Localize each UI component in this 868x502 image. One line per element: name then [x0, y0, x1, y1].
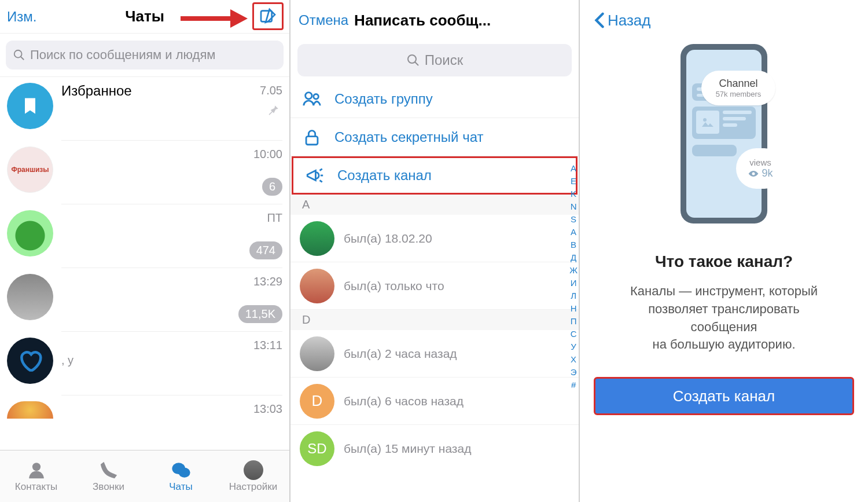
megaphone-icon: [305, 166, 325, 185]
chat-row[interactable]: 13:29 11,5K: [0, 268, 289, 332]
index-letter[interactable]: П: [571, 315, 577, 328]
chat-time: 10:00: [253, 148, 282, 161]
pin-icon: [265, 102, 280, 118]
chat-name: Избранное: [61, 83, 282, 99]
index-letter[interactable]: Э: [571, 366, 577, 379]
index-letter[interactable]: А: [571, 226, 576, 239]
tab-chats[interactable]: Чаты: [145, 450, 217, 502]
svg-point-5: [32, 463, 40, 471]
compose-button[interactable]: [252, 2, 284, 30]
svg-line-15: [320, 181, 322, 182]
tab-label: Чаты: [169, 481, 192, 493]
index-letter[interactable]: Н: [571, 302, 577, 315]
tab-settings[interactable]: Настройки: [217, 450, 289, 502]
index-letter[interactable]: У: [571, 340, 576, 353]
channel-description: Каналы — инструмент, который позволяет т…: [594, 283, 854, 354]
svg-rect-12: [306, 136, 318, 144]
option-create-group[interactable]: Создать группу: [290, 80, 579, 118]
option-label: Создать группу: [334, 91, 433, 107]
svg-point-16: [703, 118, 707, 122]
chat-time: 13:11: [253, 339, 282, 352]
channel-heading: Что такое канал?: [594, 252, 854, 271]
edit-button[interactable]: Изм.: [7, 9, 36, 25]
index-letter[interactable]: Х: [571, 353, 576, 366]
tab-contacts[interactable]: Контакты: [0, 450, 72, 502]
svg-point-17: [752, 172, 755, 175]
chat-row[interactable]: Избранное 7.05: [0, 77, 289, 141]
avatar: [7, 338, 53, 384]
svg-point-8: [408, 55, 416, 63]
unread-badge: 474: [249, 241, 282, 259]
compose-icon: [259, 7, 277, 25]
index-letter[interactable]: С: [571, 328, 577, 340]
index-letter[interactable]: В: [571, 239, 576, 251]
heart-icon: [17, 348, 43, 373]
avatar: D: [300, 384, 334, 419]
back-button[interactable]: Назад: [594, 0, 854, 41]
chat-row[interactable]: 13:11 , у: [0, 332, 289, 395]
settings-avatar-icon: [244, 460, 263, 480]
back-label: Назад: [608, 12, 651, 30]
chats-icon: [171, 460, 191, 480]
avatar: Франшизы: [7, 146, 53, 193]
bubble-views-count: 9k: [762, 167, 773, 179]
contact-row[interactable]: был(а) только что: [290, 262, 579, 310]
chat-time: 7.05: [260, 84, 282, 97]
chat-row[interactable]: Франшизы 10:00 6: [0, 141, 289, 204]
tab-label: Настройки: [229, 481, 277, 493]
chat-row[interactable]: 13:03: [0, 395, 289, 419]
bubble-views: views 9k: [736, 148, 785, 189]
index-letter[interactable]: Л: [571, 290, 576, 302]
tab-bar: Контакты Звонки Чаты Настройки: [0, 450, 289, 502]
panel-chats: Изм. Чаты Поиск по сообщениям и людям: [0, 0, 289, 502]
avatar: SD: [300, 431, 334, 466]
chat-row[interactable]: ПТ 474: [0, 204, 289, 268]
index-letter[interactable]: N: [571, 200, 577, 213]
index-letter[interactable]: E: [571, 175, 576, 188]
create-channel-button[interactable]: Создать канал: [594, 377, 854, 415]
tab-calls[interactable]: Звонки: [72, 450, 145, 502]
index-letter[interactable]: И: [571, 277, 577, 290]
option-create-channel[interactable]: Создать канал: [292, 156, 578, 195]
new-message-title: Написать сообщ...: [348, 12, 571, 30]
avatar: [300, 221, 334, 256]
option-label: Создать секретный чат: [334, 129, 484, 145]
index-letter[interactable]: #: [571, 379, 576, 391]
avatar: [7, 274, 53, 320]
chat-preview: , у: [61, 354, 282, 367]
avatar-text: Франшизы: [11, 166, 49, 174]
bubble-channel: Channel 57k members: [701, 71, 775, 105]
bookmark-icon: [20, 96, 41, 116]
alphabet-index[interactable]: A E K N S А В Д Ж И Л Н П С У Х Э #: [569, 162, 578, 391]
contact-row[interactable]: D был(а) 6 часов назад: [290, 378, 579, 425]
index-letter[interactable]: Д: [571, 251, 576, 264]
svg-line-4: [21, 57, 24, 60]
unread-badge: 6: [262, 178, 282, 196]
index-letter[interactable]: S: [571, 213, 576, 226]
index-letter[interactable]: A: [571, 162, 576, 175]
search-input[interactable]: Поиск по сообщениям и людям: [6, 41, 284, 69]
chevron-left-icon: [594, 12, 605, 28]
svg-point-7: [178, 467, 190, 477]
contact-row[interactable]: SD был(а) 15 минут назад: [290, 425, 579, 472]
avatar: [300, 269, 334, 303]
phone-icon: [99, 460, 119, 480]
contact-row[interactable]: был(а) 2 часа назад: [290, 330, 579, 378]
index-letter[interactable]: Ж: [569, 264, 578, 277]
section-header: D: [290, 310, 579, 330]
tab-label: Звонки: [93, 481, 124, 493]
cancel-button[interactable]: Отмена: [299, 12, 348, 28]
chat-time: 13:03: [253, 402, 282, 416]
chats-header: Изм. Чаты: [0, 0, 289, 34]
index-letter[interactable]: K: [571, 188, 576, 200]
bubble-views-label: views: [749, 157, 771, 167]
search-icon: [13, 49, 25, 61]
chat-list[interactable]: Избранное 7.05 Франшизы 10:00 6 ПТ 474: [0, 76, 289, 450]
svg-line-9: [415, 62, 418, 65]
svg-point-11: [314, 94, 319, 99]
contact-status: был(а) 2 часа назад: [344, 347, 457, 361]
contact-row[interactable]: был(а) 18.02.20: [290, 215, 579, 262]
eye-icon: [748, 170, 759, 178]
search-input[interactable]: Поиск: [297, 44, 572, 76]
option-create-secret-chat[interactable]: Создать секретный чат: [290, 118, 579, 156]
